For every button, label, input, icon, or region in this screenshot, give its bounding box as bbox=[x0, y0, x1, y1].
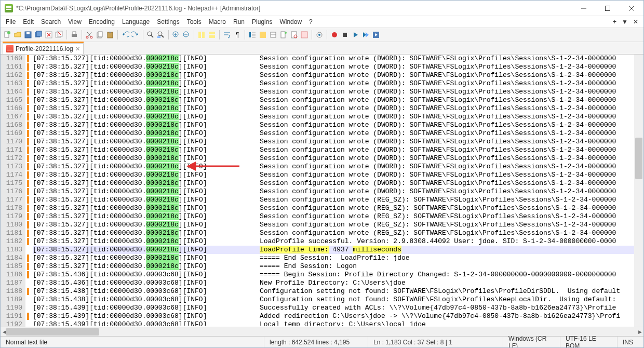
svg-rect-27 bbox=[249, 32, 251, 37]
svg-rect-34 bbox=[301, 32, 307, 38]
svg-point-31 bbox=[285, 32, 287, 34]
minimize-button[interactable] bbox=[572, 1, 596, 16]
svg-rect-15 bbox=[98, 32, 102, 37]
svg-point-19 bbox=[158, 32, 162, 36]
doc-list-icon[interactable] bbox=[289, 30, 299, 39]
status-bar: Normal text file length : 642,524 lines … bbox=[1, 336, 643, 347]
horizontal-scrollbar[interactable]: ◀ ▶ bbox=[1, 327, 643, 336]
line-number-gutter: 1160116111621163116411651166116711681169… bbox=[1, 55, 25, 327]
undo-icon[interactable] bbox=[120, 30, 130, 39]
save-all-icon[interactable] bbox=[34, 30, 43, 39]
vertical-scroll-thumb[interactable] bbox=[635, 138, 642, 179]
maximize-button[interactable] bbox=[596, 1, 620, 16]
menu-plugins[interactable]: Plugins bbox=[252, 18, 272, 25]
app-icon bbox=[5, 4, 13, 12]
svg-rect-30 bbox=[281, 32, 285, 38]
find-icon[interactable] bbox=[146, 30, 155, 39]
redo-icon[interactable] bbox=[131, 30, 140, 39]
tab-label: Profile-20221116.log bbox=[16, 45, 73, 52]
svg-rect-6 bbox=[36, 31, 42, 36]
tab-close-icon[interactable]: ✕ bbox=[75, 46, 80, 52]
svg-point-2 bbox=[7, 31, 10, 34]
menu-encoding[interactable]: Encoding bbox=[89, 18, 115, 25]
svg-rect-17 bbox=[109, 32, 111, 33]
horizontal-scroll-thumb[interactable] bbox=[6, 328, 99, 336]
svg-rect-20 bbox=[157, 36, 160, 38]
svg-rect-23 bbox=[198, 32, 201, 38]
window-title: *C:\ProgramData\FSLogix\Logs\Profile\Pro… bbox=[16, 5, 572, 12]
hscroll-right-icon[interactable]: ▶ bbox=[636, 328, 643, 336]
svg-point-37 bbox=[332, 32, 337, 37]
doc-map-icon[interactable] bbox=[279, 30, 288, 39]
title-bar: *C:\ProgramData\FSLogix\Logs\Profile\Pro… bbox=[1, 1, 643, 16]
zoom-out-icon[interactable] bbox=[182, 30, 191, 39]
new-file-icon[interactable] bbox=[3, 30, 12, 39]
close-all-icon[interactable] bbox=[55, 30, 64, 39]
vertical-scrollbar[interactable] bbox=[634, 55, 643, 327]
indent-guide-icon[interactable] bbox=[248, 30, 257, 39]
replace-icon[interactable] bbox=[156, 30, 166, 39]
menu-settings[interactable]: Settings bbox=[157, 18, 179, 25]
status-encoding[interactable]: UTF-16 LE BOM bbox=[560, 337, 618, 347]
toolbar: ¶ bbox=[1, 28, 643, 42]
menu-language[interactable]: Language bbox=[122, 18, 150, 25]
menu-x-icon[interactable]: ✕ bbox=[633, 18, 638, 25]
change-marker-margin bbox=[25, 55, 33, 327]
svg-rect-28 bbox=[260, 32, 266, 38]
copy-icon[interactable] bbox=[95, 30, 104, 39]
status-ins[interactable]: INS bbox=[618, 337, 643, 347]
save-icon[interactable] bbox=[23, 30, 33, 39]
status-eol[interactable]: Windows (CR LF) bbox=[503, 337, 560, 347]
svg-point-18 bbox=[147, 32, 152, 36]
sync-v-icon[interactable] bbox=[197, 30, 206, 39]
menu-view[interactable]: View bbox=[68, 18, 82, 25]
sync-h-icon[interactable] bbox=[207, 30, 217, 39]
modified-file-icon bbox=[6, 45, 14, 52]
lang-icon[interactable] bbox=[258, 30, 267, 39]
menu-window[interactable]: Window bbox=[279, 18, 302, 25]
all-chars-icon[interactable]: ¶ bbox=[233, 30, 242, 39]
svg-rect-25 bbox=[209, 32, 215, 34]
status-position: Ln : 1,183 Col : 37 Sel : 8 | 1 bbox=[368, 337, 503, 347]
window-controls bbox=[572, 1, 643, 16]
editor-area[interactable]: 1160116111621163116411651166116711681169… bbox=[1, 55, 643, 327]
folder-as-workspace-icon[interactable] bbox=[269, 30, 278, 39]
record-icon[interactable] bbox=[330, 30, 339, 39]
paste-icon[interactable] bbox=[105, 30, 115, 39]
stop-icon[interactable] bbox=[340, 30, 350, 39]
close-file-icon[interactable] bbox=[44, 30, 53, 39]
save-macro-icon[interactable] bbox=[371, 30, 381, 39]
status-filetype: Normal text file bbox=[1, 337, 264, 347]
svg-rect-24 bbox=[202, 32, 205, 38]
menu-tools[interactable]: Tools bbox=[187, 18, 202, 25]
tab-bar: Profile-20221116.log ✕ bbox=[1, 42, 643, 55]
status-length: length : 642,524 lines : 4,195 bbox=[264, 337, 368, 347]
svg-rect-0 bbox=[606, 6, 610, 10]
open-folder-icon[interactable] bbox=[13, 30, 22, 39]
menu-run[interactable]: Run bbox=[233, 18, 245, 25]
cut-icon[interactable] bbox=[85, 30, 94, 39]
monitor-icon[interactable] bbox=[315, 30, 324, 39]
print-icon[interactable] bbox=[70, 30, 79, 39]
svg-rect-11 bbox=[73, 32, 76, 34]
menu-file[interactable]: File bbox=[6, 18, 16, 25]
menu-help[interactable]: ? bbox=[309, 18, 313, 25]
play-multi-icon[interactable] bbox=[361, 30, 370, 39]
menu-plus-icon[interactable]: + bbox=[613, 18, 616, 25]
svg-rect-26 bbox=[209, 35, 215, 38]
zoom-in-icon[interactable] bbox=[171, 30, 181, 39]
menu-dropdown-icon[interactable]: ▼ bbox=[622, 18, 628, 25]
svg-point-36 bbox=[318, 34, 320, 36]
wrap-icon[interactable] bbox=[222, 30, 232, 39]
menu-bar: File Edit Search View Encoding Language … bbox=[1, 16, 643, 28]
code-view[interactable]: [07:38:15.327][tid:00000d30.0000218c][IN… bbox=[33, 55, 643, 327]
file-tab[interactable]: Profile-20221116.log ✕ bbox=[3, 43, 84, 54]
svg-rect-38 bbox=[343, 33, 347, 37]
menu-search[interactable]: Search bbox=[41, 18, 61, 25]
svg-rect-4 bbox=[26, 32, 30, 34]
play-icon[interactable] bbox=[351, 30, 360, 39]
func-list-icon[interactable] bbox=[300, 30, 309, 39]
menu-macro[interactable]: Macro bbox=[209, 18, 226, 25]
menu-edit[interactable]: Edit bbox=[23, 18, 34, 25]
close-button[interactable] bbox=[620, 1, 643, 16]
